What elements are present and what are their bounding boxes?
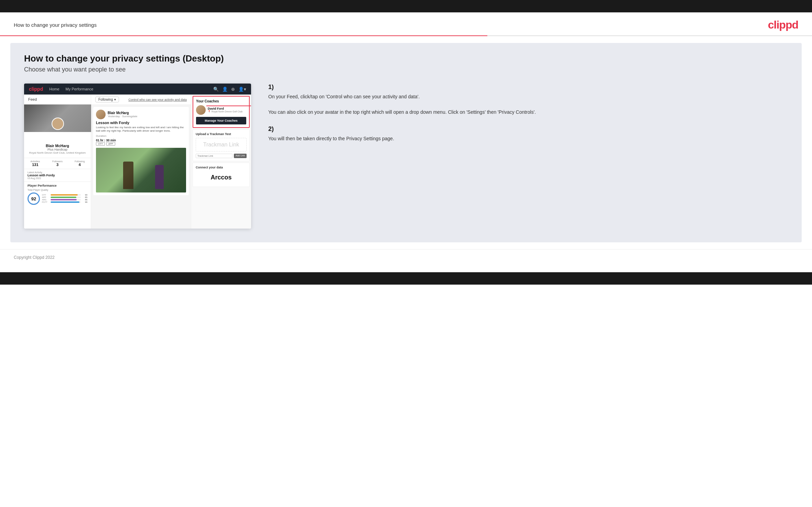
sidebar-tab[interactable]: Feed — [24, 95, 91, 104]
coaches-box: Your Coaches David Ford 📍 Royal North De… — [193, 96, 250, 128]
manage-coaches-button[interactable]: Manage Your Coaches — [196, 117, 246, 124]
content-row: clippd Home My Performance 🔍 👤 ⊕ 👤▾ Feed — [24, 84, 788, 229]
footer: Copyright Clippd 2022 — [0, 249, 812, 265]
nav-home[interactable]: Home — [49, 87, 59, 91]
score-circle: 92 — [28, 192, 40, 205]
location-icon: 📍 — [208, 110, 211, 113]
post-image — [96, 148, 186, 192]
search-icon[interactable]: 🔍 — [213, 87, 219, 92]
latest-label: Latest Activity — [28, 171, 87, 174]
putt-val: 96 — [82, 201, 87, 203]
nav-right: 🔍 👤 ⊕ 👤▾ — [213, 87, 246, 92]
golf-figure-1 — [123, 162, 133, 189]
nav-my-performance[interactable]: My Performance — [66, 87, 94, 91]
app-label: APP — [42, 196, 50, 198]
arg-label: ARG — [42, 199, 50, 201]
page-title: How to change your privacy settings (Des… — [24, 53, 788, 64]
coaches-title: Your Coaches — [196, 99, 246, 103]
profile-handicap: Plus Handicap — [26, 148, 89, 151]
breadcrumb: How to change your privacy settings — [14, 22, 97, 28]
app-screenshot: clippd Home My Performance 🔍 👤 ⊕ 👤▾ Feed — [24, 84, 251, 229]
trackman-input[interactable] — [196, 154, 232, 158]
coach-club-location: 📍 Royal North Devon Golf Club — [208, 110, 242, 113]
top-bar — [0, 0, 812, 12]
control-privacy-link[interactable]: Control who can see your activity and da… — [128, 98, 187, 101]
stat-followers-value: 3 — [46, 163, 69, 167]
bar-app: APP 85 — [42, 196, 87, 198]
post-duration-value: 01 hr : 30 min — [96, 139, 186, 142]
ott-track — [51, 194, 81, 196]
feed-header: Following ▾ Control who can see your act… — [91, 95, 191, 105]
perf-title: Player Performance — [28, 184, 87, 187]
trackman-title: Upload a Trackman Test — [196, 132, 247, 136]
post-desc: Looking to feel like my hands are exitin… — [96, 126, 186, 133]
logo: clippd — [768, 19, 798, 31]
post-avatar — [96, 110, 106, 119]
stat-activities-value: 131 — [24, 163, 46, 167]
instruction-1-number: 1) — [268, 84, 784, 91]
add-icon[interactable]: ⊕ — [231, 87, 235, 92]
instructions: 1) On your Feed, click/tap on 'Control w… — [265, 84, 788, 152]
app-right-panel: Your Coaches David Ford 📍 Royal North De… — [191, 95, 251, 229]
tag-ott: OTT — [96, 142, 105, 146]
arccos-logo: Arccos — [196, 171, 247, 184]
header-divider — [0, 35, 812, 36]
quality-label: Total Player Quality — [28, 189, 87, 191]
stat-activities-label: Activities — [24, 160, 46, 163]
tag-app: APP — [106, 142, 115, 146]
post-location: Yesterday · Sunningdale — [108, 115, 137, 118]
bar-arg: ARG 86 — [42, 199, 87, 201]
app-logo: clippd — [29, 86, 43, 92]
post-name: Blair McHarg — [108, 111, 137, 115]
arg-val: 86 — [82, 199, 87, 201]
profile-banner — [24, 104, 91, 132]
player-performance: Player Performance Total Player Quality … — [24, 181, 91, 207]
app-body: Feed Blair McHarg Plus Handicap Royal No… — [24, 95, 251, 229]
stat-following: Following 4 — [68, 160, 91, 167]
app-feed: Following ▾ Control who can see your act… — [91, 95, 191, 229]
instruction-1: 1) On your Feed, click/tap on 'Control w… — [268, 84, 784, 116]
post-tags: OTT APP — [96, 142, 186, 146]
connect-title: Connect your data — [196, 166, 247, 169]
trackman-box: Upload a Trackman Test Trackman Link Add… — [193, 129, 250, 161]
putt-track — [51, 201, 81, 203]
ott-val: 90 — [82, 194, 87, 196]
perf-row: 92 OTT 90 APP 85 — [28, 192, 87, 205]
add-link-button[interactable]: Add Link — [234, 154, 247, 158]
trackman-placeholder: Trackman Link — [196, 138, 247, 152]
following-label: Following — [98, 98, 113, 101]
ott-label: OTT — [42, 194, 50, 196]
trackman-input-row: Add Link — [196, 154, 247, 158]
stat-followers-label: Followers — [46, 160, 69, 163]
latest-value: Lesson with Fordy — [28, 174, 87, 177]
stat-following-value: 4 — [68, 163, 91, 167]
coach-name: David Ford — [208, 107, 242, 110]
connect-box: Connect your data Arccos — [193, 163, 250, 187]
app-fill — [51, 197, 76, 198]
app-val: 85 — [82, 196, 87, 198]
header: How to change your privacy settings clip… — [0, 12, 812, 35]
post-title: Lesson with Fordy — [96, 121, 186, 125]
following-button[interactable]: Following ▾ — [95, 97, 119, 102]
avatar-icon[interactable]: 👤▾ — [238, 87, 246, 92]
red-annotation-line — [206, 106, 251, 106]
person-icon[interactable]: 👤 — [222, 87, 228, 92]
page-subtitle: Choose what you want people to see — [24, 66, 788, 73]
feed-post: Blair McHarg Yesterday · Sunningdale Les… — [93, 107, 189, 195]
arg-fill — [51, 199, 77, 200]
stat-followers: Followers 3 — [46, 160, 69, 167]
instruction-1-text: On your Feed, click/tap on 'Control who … — [268, 93, 784, 116]
ott-fill — [51, 194, 78, 196]
stat-following-label: Following — [68, 160, 91, 163]
avatar — [52, 118, 64, 130]
app-nav: clippd Home My Performance 🔍 👤 ⊕ 👤▾ — [24, 84, 251, 95]
profile-club: Royal North Devon Golf Club, United King… — [26, 151, 89, 154]
arg-track — [51, 199, 81, 200]
instruction-2-number: 2) — [268, 125, 784, 133]
bottom-bar — [0, 272, 812, 285]
instruction-2-text: You will then be taken directly to the P… — [268, 135, 784, 142]
instruction-2: 2) You will then be taken directly to th… — [268, 125, 784, 142]
post-author: Blair McHarg Yesterday · Sunningdale — [96, 110, 186, 119]
main-content: How to change your privacy settings (Des… — [10, 43, 802, 242]
coach-avatar — [196, 105, 206, 115]
